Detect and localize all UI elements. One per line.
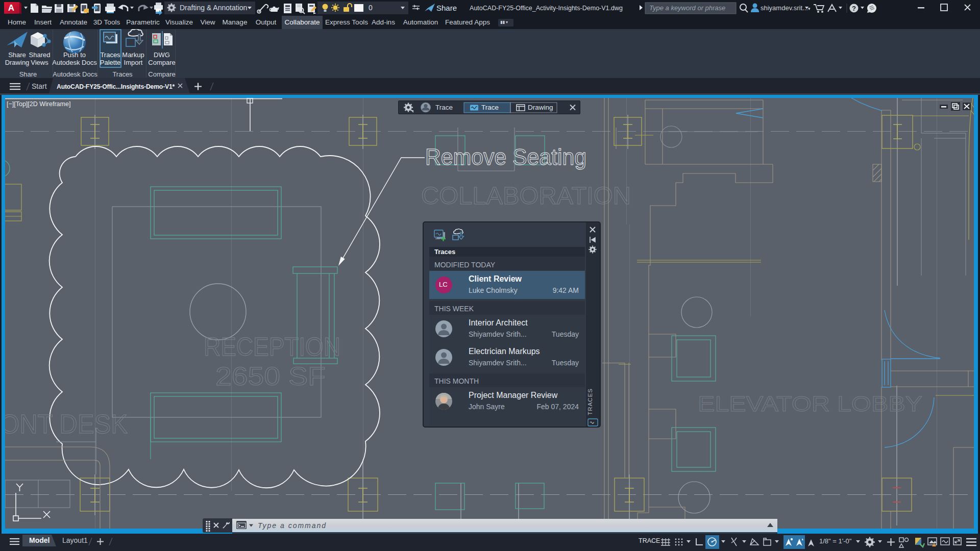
- svg-text:ELEVATOR LOBBY: ELEVATOR LOBBY: [698, 392, 922, 416]
- svg-text:?: ?: [852, 5, 856, 12]
- svg-text:COLLABORATION: COLLABORATION: [421, 182, 631, 209]
- svg-text:RECEPTION: RECEPTION: [204, 333, 340, 361]
- svg-text:Remove Seating: Remove Seating: [425, 144, 586, 169]
- svg-text:A: A: [8, 3, 14, 13]
- svg-text:Drafting & Annotation: Drafting & Annotation: [180, 4, 247, 12]
- svg-text:0: 0: [369, 4, 373, 12]
- svg-text:2650 SF: 2650 SF: [215, 362, 326, 391]
- svg-text:ONT DESK: ONT DESK: [0, 409, 128, 439]
